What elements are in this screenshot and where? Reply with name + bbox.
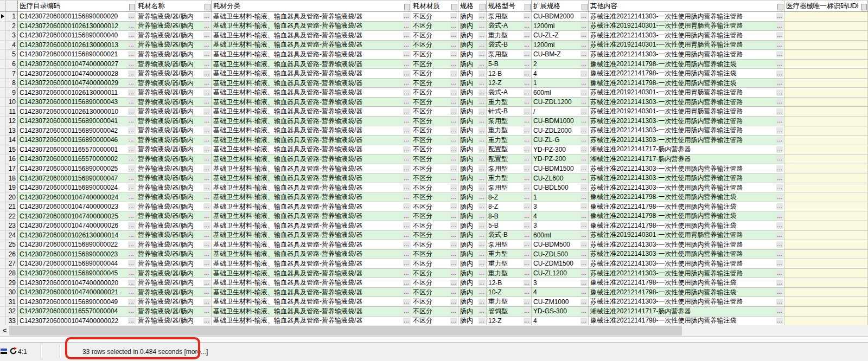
cell[interactable]: 营养输液袋/器/肠内… — [136, 154, 212, 164]
column-header-9[interactable]: 医疗器械唯一标识码UDI — [784, 1, 868, 11]
cell[interactable]: 营养输液袋/器/肠内… — [136, 183, 212, 193]
cell-editor-button[interactable]: … — [776, 194, 783, 201]
row-number-cell[interactable]: 4 — [5, 41, 18, 50]
cell-editor-button[interactable]: … — [203, 213, 210, 220]
row-number-cell[interactable]: 6 — [5, 60, 18, 69]
cell-editor-button[interactable]: … — [478, 23, 486, 29]
cell[interactable] — [784, 240, 868, 250]
cell-editor-button[interactable]: … — [128, 99, 135, 105]
row-number-cell[interactable]: 11 — [5, 107, 18, 117]
cell[interactable]: 豫械注准20212141798-一次性使用肠内营养输注袋… — [589, 211, 784, 221]
cell[interactable]: 苏械注准20212141303-一次性使用肠内营养输注管路… — [589, 250, 784, 260]
cell[interactable]: 不区分… — [411, 183, 458, 193]
cell[interactable]: 营养输液袋/器/肠内… — [136, 278, 212, 288]
cell-editor-button[interactable]: … — [450, 203, 457, 210]
cell[interactable]: 针式-B… — [487, 107, 532, 117]
cell-editor-button[interactable]: … — [478, 118, 486, 124]
cell[interactable]: 营养输液袋/器/肠内… — [136, 22, 212, 31]
cell[interactable]: 12-Z… — [487, 79, 532, 88]
column-options-button[interactable] — [582, 4, 588, 10]
cell-editor-button[interactable]: … — [580, 280, 588, 286]
cell[interactable]: 肠内… — [458, 164, 487, 174]
cell[interactable]: 营养输液袋/器/肠内… — [136, 41, 212, 50]
cell[interactable] — [784, 69, 868, 79]
cell-editor-button[interactable]: … — [580, 318, 588, 324]
cell[interactable]: 不区分… — [411, 240, 458, 250]
row-marker-cell[interactable] — [0, 269, 5, 279]
cell-editor-button[interactable]: … — [203, 13, 210, 20]
cell-editor-button[interactable]: … — [776, 280, 783, 286]
cell[interactable]: 营养输液袋/器/肠内… — [136, 88, 212, 98]
cell-editor-button[interactable]: … — [478, 137, 486, 143]
cell[interactable]: YD-PZ-300… — [532, 145, 589, 155]
cell-editor-button[interactable]: … — [580, 118, 588, 124]
row-marker-cell[interactable] — [0, 12, 5, 22]
cell-editor-button[interactable]: … — [403, 318, 410, 324]
cell[interactable] — [784, 164, 868, 174]
cell-editor-button[interactable]: … — [776, 241, 783, 248]
row-number-cell[interactable]: 32 — [5, 307, 18, 317]
cell-editor-button[interactable]: … — [580, 194, 588, 201]
cell[interactable]: 不区分… — [411, 307, 458, 317]
cell[interactable]: 不区分… — [411, 79, 458, 88]
cell[interactable]: 不区分… — [411, 136, 458, 145]
cell-editor-button[interactable]: … — [450, 318, 457, 324]
cell-editor-button[interactable]: … — [580, 137, 588, 143]
cell-editor-button[interactable]: … — [478, 222, 486, 229]
cell[interactable]: 肠内… — [458, 211, 487, 221]
cell[interactable]: 重力型… — [487, 31, 532, 41]
cell[interactable]: 基础卫生材料-输液、输血器具及管路-营养输液袋/器… — [212, 221, 411, 231]
cell[interactable]: CU-BDM1000… — [532, 117, 589, 126]
cell-editor-button[interactable]: … — [478, 308, 486, 314]
scrollbar-thumb[interactable] — [9, 326, 682, 336]
cell-editor-button[interactable]: … — [203, 137, 210, 143]
cell-editor-button[interactable]: … — [128, 89, 135, 96]
column-options-button[interactable] — [404, 4, 410, 10]
cell-editor-button[interactable]: … — [128, 80, 135, 86]
column-options-button[interactable] — [525, 4, 531, 10]
cell-editor-button[interactable]: … — [128, 194, 135, 201]
cell-editor-button[interactable]: … — [478, 232, 486, 238]
cell-editor-button[interactable]: … — [450, 137, 457, 143]
cell[interactable]: C14230720600001026130000012… — [18, 22, 136, 31]
row-marker-cell[interactable] — [0, 154, 5, 164]
cell[interactable]: 泵用型… — [487, 50, 532, 60]
cell-editor-button[interactable]: … — [203, 23, 210, 29]
cell-editor-button[interactable]: … — [128, 318, 135, 324]
cell[interactable]: 苏械注准20192140301-一次性使用胃肠营养输注管路… — [589, 231, 784, 241]
cell[interactable]: 营养输液袋/器/肠内… — [136, 231, 212, 241]
cell[interactable]: CU-BM-Z… — [532, 50, 589, 60]
cell[interactable] — [784, 154, 868, 164]
cell-editor-button[interactable]: … — [524, 118, 531, 124]
cell[interactable]: 泵用型… — [487, 240, 532, 250]
cell-editor-button[interactable]: … — [580, 146, 588, 153]
cell-editor-button[interactable]: … — [403, 99, 410, 105]
cell[interactable]: 苏械注准20212141303-一次性使用肠内营养输注管路… — [589, 240, 784, 250]
cell-editor-button[interactable]: … — [776, 80, 783, 86]
cell-editor-button[interactable]: … — [403, 13, 410, 20]
cell-editor-button[interactable]: … — [403, 299, 410, 305]
cell-editor-button[interactable]: … — [450, 232, 457, 238]
cell-editor-button[interactable]: … — [776, 127, 783, 134]
cell-editor-button[interactable]: … — [776, 232, 783, 238]
cell-editor-button[interactable]: … — [580, 270, 588, 276]
cell-editor-button[interactable]: … — [478, 61, 486, 67]
cell-editor-button[interactable]: … — [776, 99, 783, 105]
cell-editor-button[interactable]: … — [203, 89, 210, 96]
column-header-1[interactable]: 医疗目录编码 — [18, 1, 136, 11]
row-marker-cell[interactable] — [0, 41, 5, 50]
cell[interactable]: C14230720600001156890000046… — [18, 136, 136, 145]
cell-editor-button[interactable]: … — [524, 308, 531, 314]
cell[interactable]: 不区分… — [411, 164, 458, 174]
column-header-3[interactable]: 耗材分类 — [212, 1, 411, 11]
cell-editor-button[interactable]: … — [524, 32, 531, 38]
cell-editor-button[interactable]: … — [478, 260, 486, 267]
cell[interactable] — [784, 278, 868, 288]
cell[interactable]: 苏械注准20212141303-一次性使用肠内营养输注管路… — [589, 259, 784, 269]
cell-editor-button[interactable]: … — [403, 51, 410, 57]
cell[interactable]: 苏械注准20212141303-一次性使用肠内营养输注管路… — [589, 183, 784, 193]
cell[interactable]: C14230720600001156890000044… — [18, 259, 136, 269]
cell[interactable]: 营养输液袋/器/肠内… — [136, 12, 212, 22]
cell[interactable]: 8-Z… — [487, 192, 532, 202]
cell-editor-button[interactable]: … — [128, 70, 135, 77]
